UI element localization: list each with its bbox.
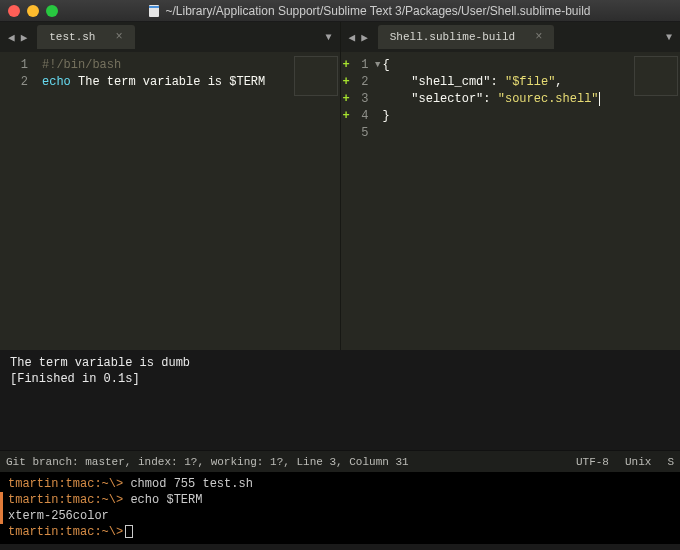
terminal-command: echo $TERM (130, 493, 202, 507)
line-number: 1 (361, 58, 368, 72)
traffic-lights (8, 5, 58, 17)
statusbar: Git branch: master, index: 1?, working: … (0, 450, 680, 472)
terminal-prompt: tmartin:tmac:~\> (8, 525, 123, 539)
tab-overflow-icon[interactable]: ▼ (666, 32, 672, 43)
left-pane: ◀ ▶ test.sh × ▼ 1 2 #!/bin/bash echo The… (0, 22, 340, 350)
minimap[interactable] (634, 56, 678, 96)
terminal-prompt: tmartin:tmac:~\> (8, 493, 123, 507)
tab-shell-build[interactable]: Shell.sublime-build × (378, 25, 555, 49)
json-key: "selector" (411, 92, 483, 106)
right-code[interactable]: { "shell_cmd": "$file", "selector": "sou… (383, 52, 600, 350)
modified-mark-icon: + (343, 109, 350, 123)
json-value: "sourec.shell" (498, 92, 599, 106)
code-brace: } (383, 109, 390, 123)
close-tab-icon[interactable]: × (115, 30, 122, 44)
build-output-panel[interactable]: The term variable is dumb [Finished in 0… (0, 350, 680, 450)
nav-forward-icon[interactable]: ▶ (19, 31, 30, 44)
minimap[interactable] (294, 56, 338, 96)
right-gutter: +1▼ +2 +3 +4 5 (341, 52, 383, 350)
minimize-window-button[interactable] (27, 5, 39, 17)
modified-mark-icon: + (343, 58, 350, 72)
status-line-endings[interactable]: Unix (625, 456, 651, 468)
zoom-window-button[interactable] (46, 5, 58, 17)
close-window-button[interactable] (8, 5, 20, 17)
window-titlebar: ~/Library/Application Support/Sublime Te… (0, 0, 680, 22)
nav-arrows: ◀ ▶ (347, 31, 370, 44)
right-editor[interactable]: +1▼ +2 +3 +4 5 { "shell_cmd": "$file", "… (341, 52, 681, 350)
text-cursor (599, 92, 600, 106)
title-text: ~/Library/Application Support/Sublime Te… (166, 4, 591, 18)
line-number: 3 (361, 92, 368, 106)
fold-icon[interactable]: ▼ (375, 60, 380, 70)
modified-mark-icon: + (343, 92, 350, 106)
titlebar-path: ~/Library/Application Support/Sublime Te… (58, 4, 680, 18)
nav-back-icon[interactable]: ◀ (347, 31, 358, 44)
left-code[interactable]: #!/bin/bash echo The term variable is $T… (42, 52, 265, 350)
editor-columns: ◀ ▶ test.sh × ▼ 1 2 #!/bin/bash echo The… (0, 22, 680, 350)
status-syntax[interactable]: S (667, 456, 674, 468)
tab-overflow-icon[interactable]: ▼ (325, 32, 331, 43)
code-text: The term variable is $TERM (71, 75, 265, 89)
terminal[interactable]: tmartin:tmac:~\> chmod 755 test.sh tmart… (0, 472, 680, 544)
tab-test-sh[interactable]: test.sh × (37, 25, 134, 49)
line-number: 4 (361, 109, 368, 123)
close-tab-icon[interactable]: × (535, 30, 542, 44)
build-output-status: [Finished in 0.1s] (10, 372, 670, 388)
terminal-cursor (125, 525, 133, 538)
left-editor[interactable]: 1 2 #!/bin/bash echo The term variable i… (0, 52, 340, 350)
tab-label: Shell.sublime-build (390, 31, 515, 43)
code-keyword: echo (42, 75, 71, 89)
left-tabbar: ◀ ▶ test.sh × ▼ (0, 22, 340, 52)
status-encoding[interactable]: UTF-8 (576, 456, 609, 468)
right-tabbar: ◀ ▶ Shell.sublime-build × ▼ (341, 22, 681, 52)
code-shebang: #!/bin/bash (42, 58, 121, 72)
line-number: 5 (361, 126, 368, 140)
status-left-text[interactable]: Git branch: master, index: 1?, working: … (6, 456, 409, 468)
modified-mark-icon: + (343, 75, 350, 89)
json-value: "$file" (505, 75, 555, 89)
right-pane: ◀ ▶ Shell.sublime-build × ▼ +1▼ +2 +3 +4… (341, 22, 681, 350)
terminal-command: chmod 755 test.sh (130, 477, 252, 491)
nav-back-icon[interactable]: ◀ (6, 31, 17, 44)
nav-forward-icon[interactable]: ▶ (359, 31, 370, 44)
line-number: 2 (361, 75, 368, 89)
nav-arrows: ◀ ▶ (6, 31, 29, 44)
terminal-prompt: tmartin:tmac:~\> (8, 477, 123, 491)
left-gutter: 1 2 (0, 52, 42, 350)
build-output-line: The term variable is dumb (10, 356, 670, 372)
svg-rect-1 (149, 6, 159, 8)
json-key: "shell_cmd" (411, 75, 490, 89)
code-brace: { (383, 58, 390, 72)
line-number: 1 (21, 58, 28, 72)
terminal-output: xterm-256color (8, 509, 109, 523)
tab-label: test.sh (49, 31, 95, 43)
file-icon (148, 4, 160, 18)
line-number: 2 (21, 75, 28, 89)
